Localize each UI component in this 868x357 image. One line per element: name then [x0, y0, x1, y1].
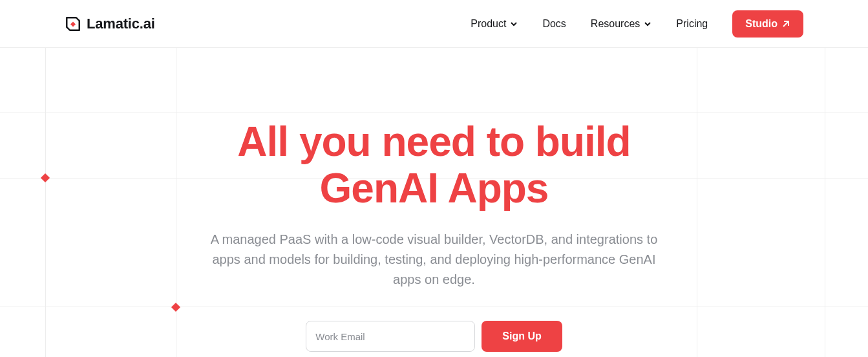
- svg-line-1: [783, 21, 789, 27]
- chevron-down-icon: [510, 20, 518, 28]
- nav-docs[interactable]: Docs: [542, 18, 566, 30]
- nav-label: Pricing: [676, 18, 708, 30]
- main-nav: Lamatic.ai Product Docs Resources Pricin…: [0, 0, 868, 48]
- hero-subhead: A managed PaaS with a low-code visual bu…: [202, 230, 667, 290]
- signup-button[interactable]: Sign Up: [482, 321, 562, 352]
- nav-links: Product Docs Resources Pricing Studio: [471, 10, 803, 38]
- logo-icon: [65, 16, 81, 32]
- nav-product[interactable]: Product: [471, 18, 518, 30]
- nav-label: Product: [471, 18, 506, 30]
- svg-rect-0: [70, 21, 76, 27]
- hero-section: All you need to build GenAI Apps A manag…: [0, 48, 868, 352]
- studio-label: Studio: [745, 18, 778, 30]
- nav-label: Resources: [591, 18, 640, 30]
- headline-line2: GenAI Apps: [320, 165, 549, 211]
- arrow-up-right-icon: [781, 19, 790, 28]
- nav-resources[interactable]: Resources: [591, 18, 651, 30]
- chevron-down-icon: [644, 20, 651, 28]
- signup-form: Sign Up: [0, 321, 868, 352]
- nav-pricing[interactable]: Pricing: [676, 18, 708, 30]
- headline-line1: All you need to build: [237, 118, 630, 165]
- email-field[interactable]: [306, 321, 475, 352]
- brand-name: Lamatic.ai: [87, 16, 155, 32]
- hero-headline: All you need to build GenAI Apps: [0, 119, 868, 211]
- studio-button[interactable]: Studio: [732, 10, 803, 38]
- brand-logo[interactable]: Lamatic.ai: [65, 16, 155, 32]
- nav-label: Docs: [542, 18, 566, 30]
